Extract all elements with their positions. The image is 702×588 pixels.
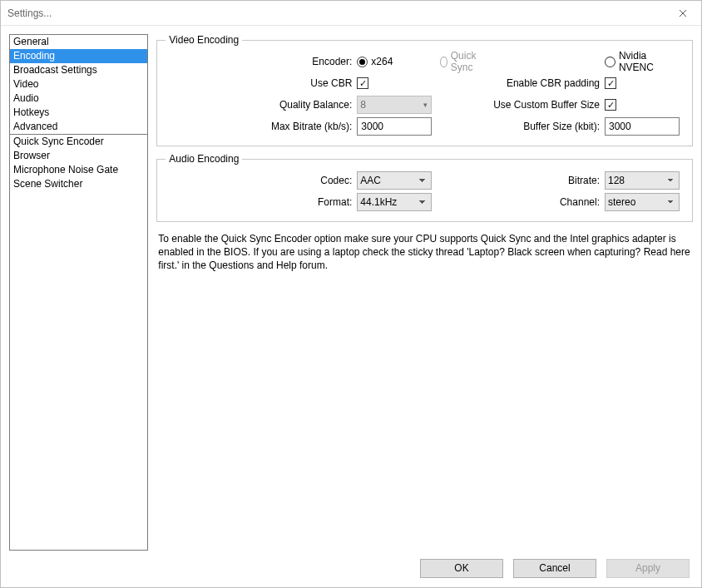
main-panel: Video Encoding Encoder: x264 Quick Sync [156, 34, 693, 551]
sidebar-item-qsencoder[interactable]: Quick Sync Encoder [10, 134, 147, 149]
quality-balance-label: Quality Balance: [166, 99, 357, 111]
sidebar-item-scene-switcher[interactable]: Scene Switcher [10, 177, 147, 191]
radio-icon [357, 57, 368, 67]
settings-window: Settings... General Encoding Broadcast S… [0, 0, 702, 588]
audio-encoding-group: Audio Encoding Codec: AAC Bitrate: 128 F… [156, 153, 693, 222]
ok-button[interactable]: OK [420, 559, 503, 578]
titlebar: Settings... [1, 1, 701, 26]
format-dropdown[interactable]: 44.1kHz [357, 193, 432, 211]
encoder-radio-x264[interactable]: x264 [357, 56, 393, 67]
audio-bitrate-dropdown[interactable]: 128 [605, 171, 680, 190]
chevron-down-icon: ▾ [423, 101, 428, 109]
apply-button: Apply [606, 559, 690, 578]
sidebar: General Encoding Broadcast Settings Vide… [9, 34, 148, 551]
footer: OK Cancel Apply [1, 556, 701, 587]
help-text: To enable the Quick Sync Encoder option … [156, 229, 693, 272]
sidebar-item-hotkeys[interactable]: Hotkeys [10, 106, 147, 120]
max-bitrate-label: Max Bitrate (kb/s): [166, 121, 357, 132]
sidebar-item-advanced[interactable]: Advanced [10, 120, 147, 134]
window-title: Settings... [7, 7, 52, 19]
format-label: Format: [166, 196, 357, 208]
channel-label: Channel: [480, 196, 605, 208]
sidebar-item-mic-noise-gate[interactable]: Microphone Noise Gate [10, 163, 147, 177]
max-bitrate-input[interactable] [357, 117, 432, 136]
codec-label: Codec: [166, 175, 357, 186]
sidebar-item-video[interactable]: Video [10, 77, 147, 91]
radio-icon [605, 57, 615, 67]
sidebar-item-browser[interactable]: Browser [10, 149, 147, 163]
use-cbr-label: Use CBR [166, 77, 357, 89]
sidebar-item-general[interactable]: General [10, 35, 147, 49]
custom-buffer-label: Use Custom Buffer Size [480, 99, 605, 111]
buffer-size-input[interactable] [605, 117, 680, 136]
codec-dropdown[interactable]: AAC [357, 171, 432, 190]
cbr-padding-checkbox[interactable] [605, 77, 616, 89]
channel-dropdown[interactable]: stereo [605, 193, 680, 211]
sidebar-item-encoding[interactable]: Encoding [10, 49, 147, 63]
use-cbr-checkbox[interactable] [357, 77, 368, 89]
cbr-padding-label: Enable CBR padding [480, 77, 605, 89]
sidebar-item-audio[interactable]: Audio [10, 91, 147, 106]
quality-balance-dropdown: 8 ▾ [357, 96, 432, 114]
video-encoding-group: Video Encoding Encoder: x264 Quick Sync [156, 34, 693, 146]
encoder-radio-nvenc[interactable]: Nvidia NVENC [605, 50, 684, 73]
sidebar-item-broadcast[interactable]: Broadcast Settings [10, 63, 147, 77]
buffer-size-label: Buffer Size (kbit): [480, 121, 605, 132]
bitrate-label: Bitrate: [480, 175, 605, 186]
close-icon [679, 9, 687, 17]
close-button[interactable] [668, 3, 698, 23]
encoder-radio-quicksync: Quick Sync [440, 50, 480, 73]
radio-icon [440, 57, 447, 67]
audio-encoding-legend: Audio Encoding [166, 153, 242, 165]
encoder-label: Encoder: [166, 56, 357, 67]
video-encoding-legend: Video Encoding [166, 34, 242, 46]
cancel-button[interactable]: Cancel [513, 559, 596, 578]
custom-buffer-checkbox[interactable] [605, 99, 616, 111]
